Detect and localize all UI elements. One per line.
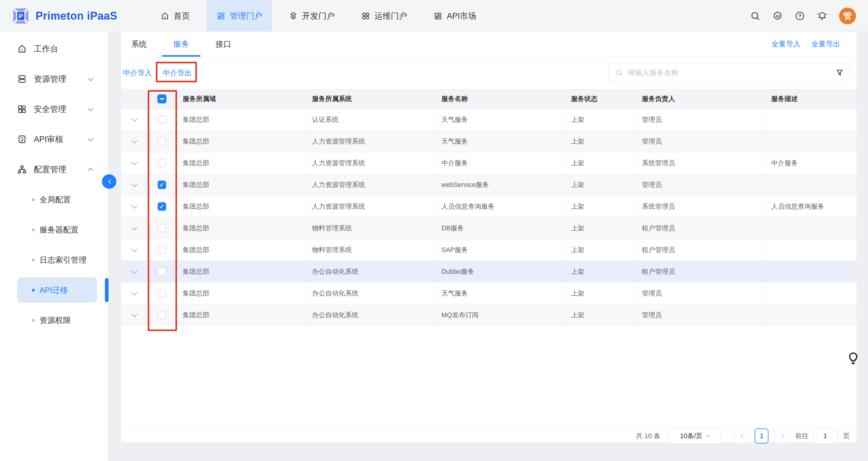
- cell-desc: [765, 304, 857, 326]
- row-expand-icon[interactable]: [131, 116, 137, 122]
- column-header-desc: 服务描述: [765, 89, 857, 109]
- sidebar-subitem-server-config[interactable]: 服务器配置: [0, 215, 108, 245]
- row-checkbox[interactable]: [158, 116, 166, 124]
- row-checkbox[interactable]: [158, 289, 166, 298]
- sidebar-subitem-label: 服务器配置: [39, 225, 79, 235]
- row-select-cell: [148, 304, 176, 326]
- tab-interface[interactable]: 接口: [216, 32, 231, 56]
- row-expand-icon[interactable]: [131, 224, 137, 230]
- sidebar-subitem-log-index[interactable]: 日志索引管理: [0, 245, 108, 275]
- nav-item-home[interactable]: 首页: [151, 0, 199, 32]
- avatar[interactable]: 管: [839, 7, 856, 24]
- row-expand-icon[interactable]: [131, 203, 137, 209]
- row-expand-icon[interactable]: [131, 246, 137, 252]
- search-input[interactable]: [628, 68, 835, 77]
- table-row: 集团总部 办公自动化系统 MQ发布订阅 上架 管理员: [121, 304, 857, 326]
- sidebar-subitem-global-config[interactable]: 全局配置: [0, 185, 108, 215]
- row-expand-icon[interactable]: [131, 137, 137, 144]
- cell-desc: [765, 261, 857, 282]
- cell-status: 上架: [565, 239, 636, 260]
- row-select-cell: [148, 196, 176, 217]
- home-icon: [160, 11, 169, 21]
- full-export-link[interactable]: 全量导出: [811, 39, 840, 49]
- cell-status: 上架: [565, 217, 636, 239]
- cell-system: 认证系统: [306, 109, 435, 130]
- cell-domain: 集团总部: [176, 130, 306, 152]
- cell-domain: 集团总部: [176, 282, 306, 304]
- page-size-select[interactable]: 10条/页: [669, 428, 721, 444]
- sidebar-item-config[interactable]: 配置管理: [0, 154, 108, 185]
- layers-icon: [289, 11, 298, 21]
- search-icon: [615, 69, 623, 76]
- ai-icon[interactable]: AI: [772, 10, 783, 22]
- row-checkbox[interactable]: [158, 246, 166, 254]
- cell-name: 中介服务: [435, 152, 565, 174]
- row-expand-icon[interactable]: [131, 289, 137, 296]
- nav-item-dev-portal[interactable]: 开发门户: [279, 0, 344, 32]
- row-expand-cell: [121, 196, 148, 217]
- chevron-left-icon: [108, 179, 113, 184]
- row-select-cell: [148, 109, 176, 130]
- sidebar-item-security[interactable]: 安全管理: [0, 94, 108, 124]
- row-expand-icon[interactable]: [131, 268, 137, 274]
- table-header-row: 服务所属域 服务所属系统 服务名称 服务状态 服务负责人 服务描述: [121, 89, 857, 109]
- cell-system: 办公自动化系统: [306, 304, 435, 326]
- cell-domain: 集团总部: [176, 109, 306, 130]
- row-checkbox[interactable]: [158, 224, 166, 233]
- sidebar-item-resources[interactable]: 资源管理: [0, 64, 108, 94]
- tab-system[interactable]: 系统: [131, 32, 147, 56]
- search-icon[interactable]: [750, 10, 761, 22]
- goto-page-input[interactable]: [812, 428, 838, 444]
- nav-item-ops-portal[interactable]: 运维门户: [351, 0, 417, 32]
- table-body: 集团总部 认证系统 天气服务 上架 管理员 集团总部 人力资源管理系统 天气服务…: [121, 109, 857, 326]
- next-page-button[interactable]: [775, 428, 790, 443]
- tab-service[interactable]: 服务: [173, 32, 189, 56]
- row-expand-icon[interactable]: [131, 311, 137, 317]
- sidebar-item-api-review[interactable]: API审核: [0, 124, 108, 154]
- brand: P Primeton iPaaS: [11, 0, 117, 32]
- tabs-row: 系统 服务 接口 全量导入 全量导出: [121, 32, 857, 57]
- column-header-name: 服务名称: [435, 89, 565, 109]
- row-expand-icon[interactable]: [131, 181, 137, 187]
- lightbulb-icon[interactable]: [846, 351, 861, 367]
- row-checkbox[interactable]: [158, 181, 166, 189]
- sidebar-subitem-api-migration[interactable]: API迁移: [17, 277, 97, 303]
- help-icon[interactable]: ?: [795, 10, 805, 22]
- nav-item-api-market[interactable]: API市场: [424, 0, 486, 32]
- bell-icon[interactable]: [817, 10, 828, 22]
- page-size-value: 10条/页: [680, 431, 703, 440]
- cell-status: 上架: [565, 174, 636, 195]
- cell-desc: [765, 217, 857, 239]
- table-row: 集团总部 办公自动化系统 Dubbo服务 上架 租户管理员: [121, 261, 857, 282]
- sidebar-item-label: API审核: [34, 134, 63, 145]
- nav-item-admin-portal[interactable]: 管理门户: [207, 0, 272, 32]
- cell-name: Dubbo服务: [435, 261, 565, 282]
- select-all-checkbox[interactable]: [157, 94, 166, 103]
- cell-domain: 集团总部: [176, 304, 306, 326]
- sidebar-item-workbench[interactable]: 工作台: [0, 34, 108, 64]
- sidebar-subitem-resource-permission[interactable]: 资源权限: [0, 305, 108, 335]
- row-checkbox[interactable]: [158, 202, 166, 211]
- chevron-down-icon: [706, 433, 710, 437]
- row-expand-icon[interactable]: [131, 159, 137, 165]
- bullet-icon: [32, 289, 35, 291]
- service-search-box: [609, 63, 850, 82]
- cell-system: 物料管理系统: [306, 239, 435, 260]
- filter-icon[interactable]: [835, 68, 844, 77]
- sidebar-collapse-button[interactable]: [102, 174, 116, 189]
- prev-page-button[interactable]: [735, 428, 749, 443]
- row-expand-cell: [121, 304, 148, 326]
- row-checkbox[interactable]: [158, 311, 166, 319]
- broker-export-link[interactable]: 中介导出: [163, 68, 192, 78]
- full-import-link[interactable]: 全量导入: [772, 39, 801, 49]
- broker-import-link[interactable]: 中介导入: [123, 68, 152, 78]
- column-header-owner: 服务负责人: [636, 89, 765, 109]
- row-select-cell: [148, 130, 176, 152]
- row-checkbox[interactable]: [158, 159, 166, 167]
- row-checkbox[interactable]: [158, 268, 166, 276]
- nav-item-label: 首页: [174, 10, 190, 22]
- cell-owner: 管理员: [636, 282, 765, 304]
- page-number-button[interactable]: 1: [755, 428, 769, 443]
- cell-owner: 系统管理员: [636, 196, 765, 217]
- row-checkbox[interactable]: [158, 137, 166, 146]
